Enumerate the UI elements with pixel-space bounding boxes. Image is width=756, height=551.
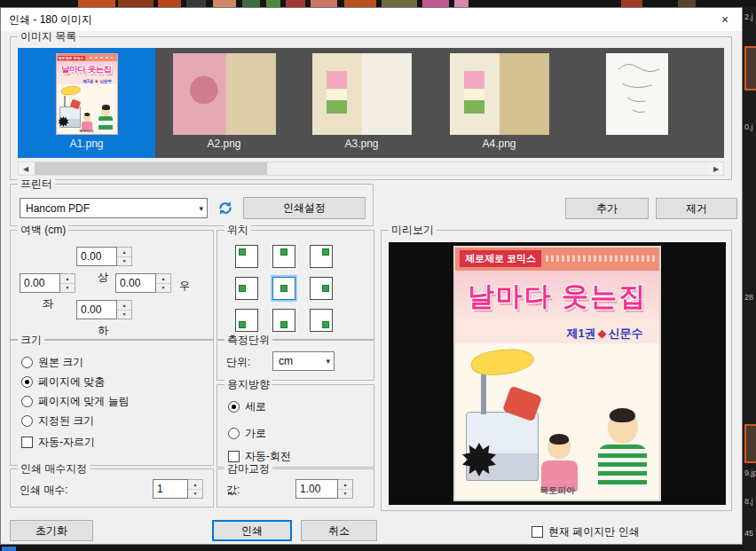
cover-volume-no: 제1권 [566,326,595,342]
copies-spinner[interactable]: 1 ▲▼ [153,479,203,499]
image-item-label: A1.png [69,138,103,150]
dialog-titlebar[interactable]: 인쇄 - 180 이미지 × [1,8,742,31]
position-middle-left-button[interactable] [235,277,258,300]
spin-down-icon[interactable]: ▼ [156,284,170,293]
cancel-button[interactable]: 취소 [301,520,377,541]
image-item-b001[interactable] [568,48,705,158]
image-item-a3[interactable]: A3.png [293,48,430,158]
spin-down-icon[interactable]: ▼ [188,490,202,499]
position-bottom-left-button[interactable] [235,309,258,332]
cover-publisher: 목토피아 [455,484,659,497]
position-middle-right-button[interactable] [310,277,333,300]
margin-bottom-spinner[interactable]: 0.00 ▲▼ [76,300,132,319]
filename-fragment: 0.j [744,122,753,131]
add-button[interactable]: 추가 [565,198,649,219]
scroll-right-icon: ▶ [713,165,719,173]
checkbox-auto-crop[interactable]: 자동-자르기 [21,435,95,450]
radio-label: 지정된 크기 [38,413,94,429]
refresh-printers-button[interactable] [213,198,238,218]
thumbnail-a3 [312,53,412,135]
cover-volume: 제1권◆신문수 [57,78,117,84]
cover-series-label: 제로제로 코믹스 [58,56,85,60]
spin-down-icon[interactable]: ▼ [117,257,131,266]
radio-icon [228,428,240,439]
radio-landscape[interactable]: 가로 [228,426,266,441]
radio-specified-size[interactable]: 지정된 크기 [21,413,94,429]
scrollbar-thumb[interactable] [35,162,267,175]
spin-up-icon[interactable]: ▲ [156,274,170,284]
margin-top-value[interactable]: 0.00 [76,247,117,266]
image-item-partial[interactable] [705,48,724,158]
print-settings-button[interactable]: 인쇄설정 [243,197,366,219]
green-square-icon [239,321,246,328]
cover-publisher: 목토피아 [57,129,117,133]
background-app-icon [2,547,16,551]
radio-portrait[interactable]: 세로 [228,399,266,414]
image-item-a2[interactable]: A2.png [155,48,293,158]
scroll-right-button[interactable]: ▶ [709,162,723,175]
close-button[interactable]: × [710,9,740,30]
green-square-icon [280,321,287,328]
background-thumbnail [344,0,376,7]
position-bottom-center-button[interactable] [272,309,295,332]
radio-stretch-to-page[interactable]: 페이지에 맞게 늘림 [21,394,130,409]
scrollbar-track[interactable] [33,162,709,175]
radio-fit-to-page[interactable]: 페이지에 맞춤 [21,374,105,390]
position-top-right-button[interactable] [310,245,333,268]
background-bottom-strip [0,545,744,551]
image-list-group-label: 이미지 목록 [18,30,79,43]
margin-right-value[interactable]: 0.00 [115,273,156,293]
copies-value[interactable]: 1 [153,479,188,499]
background-thumbnail [213,0,236,7]
character [541,436,578,492]
spin-down-icon[interactable]: ▼ [117,311,131,319]
checkbox-icon [21,437,33,448]
image-item-a1[interactable]: 제로제로 코믹스 날마다 웃는집 제1권◆신문수 목토피아 A1.png [18,48,155,158]
position-bottom-right-button[interactable] [310,309,333,332]
print-button[interactable]: 인쇄 [212,520,292,541]
margin-right-spinner[interactable]: 0.00 ▲▼ [115,273,171,293]
green-square-icon [322,248,329,256]
spin-down-icon[interactable]: ▼ [60,284,75,293]
checkbox-current-page-only[interactable]: 현재 페이지만 인쇄 [532,524,640,539]
remove-button[interactable]: 제거 [656,198,737,219]
spin-up-icon[interactable]: ▲ [338,480,352,490]
background-thumbnail [454,0,469,7]
position-top-center-button[interactable] [272,245,295,268]
spin-up-icon[interactable]: ▲ [117,301,131,311]
gamma-group-label: 감마교정 [224,462,272,475]
cover-header-band: 제로제로 코믹스 [455,248,659,271]
background-thumbnail-strip [0,0,756,7]
spin-down-icon[interactable]: ▼ [338,490,352,499]
image-list-scrollbar[interactable]: ◀ ▶ [18,161,724,176]
diamond-icon: ◆ [95,79,98,83]
margin-left-spinner[interactable]: 0.00 ▲▼ [20,273,75,293]
size-group-label: 크기 [18,334,44,346]
gamma-spinner[interactable]: 1.00 ▲▼ [295,479,353,499]
spin-up-icon[interactable]: ▲ [188,480,202,490]
image-item-label: A4.png [482,138,516,150]
spin-up-icon[interactable]: ▲ [117,248,131,257]
image-item-a4[interactable]: A4.png [430,48,568,158]
position-group: 위치 [217,230,374,340]
reset-button[interactable]: 초기화 [10,520,93,541]
gamma-value[interactable]: 1.00 [295,479,338,499]
scroll-left-button[interactable]: ◀ [19,162,33,175]
image-list[interactable]: 제로제로 코믹스 날마다 웃는집 제1권◆신문수 목토피아 A1.png [18,48,724,158]
margin-left-value[interactable]: 0.00 [20,273,60,293]
copies-label: 인쇄 매수: [20,483,68,498]
radio-label: 원본 크기 [38,355,83,370]
filename-fragment: 9.jp [744,468,756,477]
background-thumbnail [311,0,337,7]
margin-bottom-value[interactable]: 0.00 [76,300,117,319]
position-top-left-button[interactable] [235,245,258,268]
position-center-button[interactable] [272,277,295,300]
preview-cover: 제로제로 코믹스 날마다 웃는집 제1권◆신문수 목토피아 [453,246,661,501]
unit-select[interactable]: cm ▾ [272,351,335,371]
margin-top-spinner[interactable]: 0.00 ▲▼ [76,247,132,266]
image-item-label: A3.png [344,138,378,150]
printer-select[interactable]: Hancom PDF ▾ [20,198,208,218]
radio-original-size[interactable]: 원본 크기 [21,355,83,370]
spin-up-icon[interactable]: ▲ [60,274,75,284]
radio-icon [21,357,33,368]
